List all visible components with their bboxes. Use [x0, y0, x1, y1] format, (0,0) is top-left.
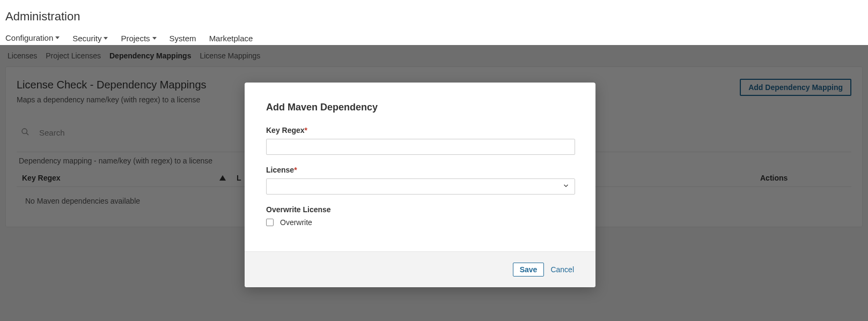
modal-footer: Save Cancel — [245, 251, 595, 287]
overwrite-license-label: Overwrite License — [266, 205, 574, 214]
nav-label: Projects — [121, 34, 150, 43]
key-regex-input[interactable] — [266, 139, 575, 155]
form-group-overwrite: Overwrite License Overwrite — [266, 205, 574, 227]
required-asterisk: * — [294, 166, 297, 174]
license-select-wrap — [266, 178, 575, 195]
page-header: Administration — [0, 0, 868, 28]
caret-down-icon — [152, 37, 157, 40]
form-group-key-regex: Key Regex* — [266, 126, 574, 155]
save-button[interactable]: Save — [513, 263, 545, 277]
nav-label: Configuration — [5, 33, 53, 42]
modal-title: Add Maven Dependency — [266, 102, 574, 113]
add-maven-dependency-modal: Add Maven Dependency Key Regex* License*… — [245, 83, 595, 287]
key-regex-label: Key Regex* — [266, 126, 574, 135]
cancel-link[interactable]: Cancel — [550, 265, 574, 274]
overwrite-checkbox-label: Overwrite — [280, 218, 312, 227]
label-text: License — [266, 166, 294, 174]
caret-down-icon — [55, 36, 60, 39]
modal-body: Add Maven Dependency Key Regex* License*… — [245, 83, 595, 251]
nav-label: Marketplace — [209, 34, 253, 43]
form-group-license: License* — [266, 166, 574, 195]
overwrite-checkbox[interactable] — [266, 219, 274, 226]
page-title: Administration — [5, 10, 863, 24]
license-select[interactable] — [266, 178, 575, 195]
caret-down-icon — [104, 37, 108, 40]
nav-label: System — [170, 34, 196, 43]
license-label: License* — [266, 166, 574, 174]
label-text: Key Regex — [266, 126, 305, 135]
required-asterisk: * — [305, 126, 307, 135]
nav-label: Security — [72, 34, 101, 43]
overwrite-checkbox-row[interactable]: Overwrite — [266, 218, 574, 227]
